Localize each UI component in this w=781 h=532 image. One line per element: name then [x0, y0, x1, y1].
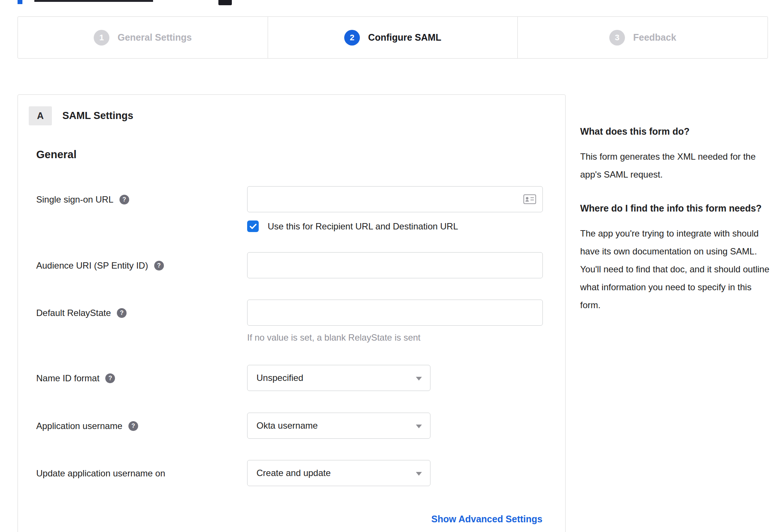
audience-uri-label-wrap: Audience URI (SP Entity ID) ?	[36, 252, 247, 279]
update-username-value: Create and update	[256, 468, 331, 478]
cropped-header-fragment	[218, 0, 232, 5]
sso-url-label: Single sign-on URL	[36, 194, 113, 205]
panel-header: A SAML Settings	[18, 106, 565, 125]
contact-card-icon	[523, 194, 536, 206]
update-username-select[interactable]: Create and update	[247, 460, 430, 486]
sidebar-question-2: Where do I find the info this form needs…	[580, 200, 771, 216]
recipient-url-checkbox[interactable]	[247, 220, 259, 232]
sidebar-answer-2: The app you're trying to integrate with …	[580, 225, 771, 314]
step-general-settings[interactable]: 1 General Settings	[18, 17, 268, 58]
sso-url-label-wrap: Single sign-on URL ?	[36, 186, 247, 213]
section-a-badge: A	[29, 106, 52, 125]
help-icon[interactable]: ?	[117, 308, 127, 318]
chevron-down-icon	[416, 425, 422, 428]
application-username-field: Okta username	[247, 413, 430, 439]
step-label: Configure SAML	[368, 32, 441, 43]
advanced-settings-row: Show Advanced Settings	[36, 514, 542, 525]
audience-uri-field	[247, 252, 543, 279]
relay-state-label: Default RelayState	[36, 308, 111, 318]
chevron-down-icon	[416, 472, 422, 476]
name-id-format-label: Name ID format	[36, 373, 99, 384]
relay-state-field: If no value is set, a blank RelayState i…	[247, 300, 543, 343]
help-sidebar: What does this form do? This form genera…	[580, 123, 771, 314]
relay-state-row: Default RelayState ? If no value is set,…	[18, 300, 565, 343]
name-id-format-row: Name ID format ? Unspecified	[18, 365, 565, 392]
step-number-badge: 3	[609, 30, 625, 46]
wizard-stepper: 1 General Settings 2 Configure SAML 3 Fe…	[18, 16, 768, 59]
application-username-value: Okta username	[256, 420, 318, 431]
step-number-badge: 1	[94, 30, 109, 46]
name-id-format-field: Unspecified	[247, 365, 430, 392]
audience-uri-row: Audience URI (SP Entity ID) ?	[18, 252, 565, 279]
application-username-row: Application username ? Okta username	[18, 413, 565, 439]
recipient-url-checkbox-label: Use this for Recipient URL and Destinati…	[268, 221, 458, 232]
saml-settings-panel: A SAML Settings General Single sign-on U…	[18, 94, 566, 532]
update-username-label: Update application username on	[36, 468, 165, 479]
relay-state-hint: If no value is set, a blank RelayState i…	[247, 332, 543, 343]
audience-uri-input-wrap	[247, 252, 543, 278]
relay-state-input-wrap	[247, 300, 543, 326]
help-icon[interactable]: ?	[119, 195, 129, 204]
step-label: Feedback	[633, 32, 676, 43]
name-id-format-label-wrap: Name ID format ?	[36, 365, 247, 392]
show-advanced-settings-link[interactable]: Show Advanced Settings	[431, 514, 542, 524]
cropped-header-fragment	[18, 0, 22, 4]
name-id-format-value: Unspecified	[256, 373, 303, 383]
relay-state-input[interactable]	[247, 300, 543, 326]
step-number-badge: 2	[344, 30, 360, 46]
update-username-field: Create and update	[247, 460, 430, 487]
recipient-url-checkbox-row: Use this for Recipient URL and Destinati…	[247, 220, 543, 232]
sso-url-row: Single sign-on URL ?	[18, 186, 565, 232]
update-username-row: Update application username on Create an…	[18, 460, 565, 487]
sso-url-input[interactable]	[247, 186, 543, 212]
sidebar-question-1: What does this form do?	[580, 123, 771, 140]
update-username-label-wrap: Update application username on	[36, 460, 247, 487]
help-icon[interactable]: ?	[154, 261, 164, 270]
saml-form: Single sign-on URL ?	[18, 186, 565, 525]
sso-url-input-wrap	[247, 186, 543, 212]
panel-title: SAML Settings	[62, 110, 133, 122]
application-username-label: Application username	[36, 421, 122, 431]
audience-uri-label: Audience URI (SP Entity ID)	[36, 260, 148, 271]
step-configure-saml[interactable]: 2 Configure SAML	[268, 17, 518, 58]
sidebar-answer-1: This form generates the XML needed for t…	[580, 148, 771, 184]
step-feedback[interactable]: 3 Feedback	[517, 17, 768, 58]
step-label: General Settings	[118, 32, 192, 43]
application-username-label-wrap: Application username ?	[36, 413, 247, 439]
chevron-down-icon	[416, 377, 422, 381]
name-id-format-select[interactable]: Unspecified	[247, 365, 430, 391]
sso-url-field: Use this for Recipient URL and Destinati…	[247, 186, 543, 232]
cropped-header-fragment	[34, 0, 153, 2]
application-username-select[interactable]: Okta username	[247, 413, 430, 439]
help-icon[interactable]: ?	[128, 421, 138, 431]
audience-uri-input[interactable]	[247, 252, 543, 278]
help-icon[interactable]: ?	[105, 373, 115, 383]
relay-state-label-wrap: Default RelayState ?	[36, 300, 247, 326]
general-group-title: General	[36, 148, 565, 161]
